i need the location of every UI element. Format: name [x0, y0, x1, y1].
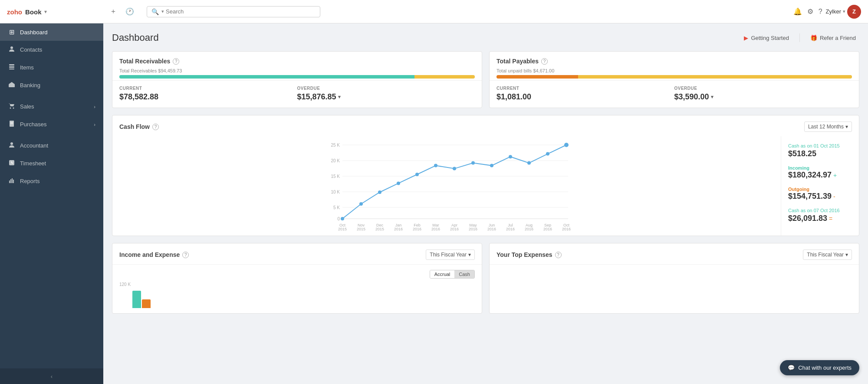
sidebar-item-label: Contacts	[20, 46, 42, 53]
svg-point-37	[434, 164, 437, 167]
sidebar-item-reports[interactable]: Reports	[0, 172, 103, 190]
recent-button[interactable]: 🕐	[123, 5, 136, 18]
accrual-cash-toggle: Accrual Cash	[430, 270, 475, 279]
page-title: Dashboard	[112, 32, 159, 43]
payables-info-icon[interactable]: ?	[541, 58, 548, 65]
svg-text:2016: 2016	[413, 227, 421, 231]
payables-progress-bar	[496, 75, 852, 79]
sidebar-item-banking[interactable]: Banking	[0, 76, 103, 94]
sidebar: ⊞ Dashboard Contacts Items Banking Sales…	[0, 23, 103, 384]
svg-point-8	[13, 108, 14, 109]
income-expense-filter-label: This Fiscal Year	[430, 252, 467, 258]
receivables-bar-label: Total Receivables $94,459.73	[119, 68, 475, 73]
overdue-dropdown-icon[interactable]: ▾	[338, 94, 341, 100]
payables-overdue-metric: OVERDUE $3,590.00 ▾	[674, 86, 852, 102]
top-expenses-filter-button[interactable]: This Fiscal Year ▾	[803, 249, 852, 260]
sales-chevron-icon: ›	[94, 104, 95, 109]
sidebar-item-label: Accountant	[20, 142, 48, 149]
svg-text:Books: Books	[25, 8, 42, 16]
svg-point-7	[10, 108, 11, 109]
cashflow-info-icon[interactable]: ?	[152, 124, 159, 130]
search-input[interactable]	[166, 8, 316, 15]
cash-start-stat: Cash as on 01 Oct 2015 $518.25	[788, 143, 852, 158]
income-expense-header: Income and Expense ? This Fiscal Year ▾	[112, 243, 482, 265]
user-name[interactable]: Zylker	[826, 8, 841, 15]
payables-overdue-value: $3,590.00 ▾	[674, 92, 852, 102]
logo-dropdown-icon[interactable]: ▾	[44, 9, 47, 15]
zoho-books-logo: zoho Books	[7, 7, 42, 17]
income-expense-card: Income and Expense ? This Fiscal Year ▾ …	[112, 243, 482, 314]
svg-text:2016: 2016	[525, 227, 533, 231]
sidebar-item-items[interactable]: Items	[0, 59, 103, 76]
chat-widget[interactable]: 💬 Chat with our experts	[780, 360, 859, 375]
bottom-cards-row: Income and Expense ? This Fiscal Year ▾ …	[112, 243, 859, 314]
receivables-progress-bar	[119, 75, 475, 79]
payables-current-value: $1,081.00	[496, 92, 674, 102]
add-button[interactable]: ＋	[107, 5, 120, 18]
accrual-button[interactable]: Accrual	[430, 270, 455, 278]
refer-friend-label: Refer a Friend	[820, 35, 856, 41]
sidebar-item-timesheet[interactable]: Timesheet	[0, 154, 103, 172]
sidebar-item-label: Items	[20, 64, 34, 71]
outgoing-label: Outgoing	[788, 187, 852, 192]
svg-point-34	[378, 190, 381, 194]
top-expenses-info-icon[interactable]: ?	[555, 252, 562, 258]
payables-overdue-label: OVERDUE	[674, 86, 852, 91]
notification-icon[interactable]: 🔔	[792, 6, 804, 17]
sales-icon	[8, 102, 16, 111]
sidebar-item-sales[interactable]: Sales ›	[0, 98, 103, 115]
income-expense-body: Accrual Cash 120 K	[112, 265, 482, 313]
svg-point-39	[471, 161, 475, 165]
svg-point-12	[10, 142, 13, 145]
income-expense-filter-button[interactable]: This Fiscal Year ▾	[426, 249, 475, 260]
cashflow-filter-label: Last 12 Months	[808, 124, 844, 130]
receivables-info-icon[interactable]: ?	[173, 58, 179, 65]
sidebar-collapse-button[interactable]: ‹	[0, 368, 103, 384]
svg-point-41	[509, 155, 512, 158]
topbar: zoho Books ▾ ＋ 🕐 🔍 ▾ 🔔 ⚙ ? Zylker ▾ Z	[0, 0, 868, 23]
sidebar-item-contacts[interactable]: Contacts	[0, 41, 103, 59]
refer-friend-button[interactable]: 🎁 Refer a Friend	[807, 33, 859, 43]
help-icon[interactable]: ?	[817, 6, 824, 17]
sidebar-item-label: Sales	[20, 103, 34, 110]
search-dropdown-icon[interactable]: 🔍	[151, 8, 159, 15]
payables-header: Total Payables ?	[490, 52, 859, 68]
svg-text:2016: 2016	[562, 227, 571, 231]
income-expense-info-icon[interactable]: ?	[182, 252, 189, 258]
payables-current-label: CURRENT	[496, 86, 674, 91]
svg-text:2016: 2016	[487, 227, 496, 231]
sidebar-item-accountant[interactable]: Accountant	[0, 137, 103, 154]
cashflow-title: Cash Flow	[119, 123, 150, 130]
payables-overdue-dropdown-icon[interactable]: ▾	[711, 94, 713, 100]
svg-text:2015: 2015	[338, 227, 347, 231]
receivables-header: Total Receivables ?	[112, 52, 482, 68]
incoming-value: $180,324.97	[788, 171, 832, 180]
svg-point-40	[490, 164, 493, 167]
sidebar-item-label: Timesheet	[20, 160, 46, 167]
top-expenses-body	[490, 265, 859, 275]
svg-text:2015: 2015	[357, 227, 365, 231]
user-dropdown-icon[interactable]: ▾	[843, 9, 845, 14]
timesheet-icon	[8, 159, 16, 167]
topbar-right: 🔔 ⚙ ? Zylker ▾ Z	[792, 5, 868, 19]
chat-icon: 💬	[788, 364, 795, 371]
svg-text:2016: 2016	[394, 227, 403, 231]
payables-progress: Total unpaid bills $4,671.00	[490, 68, 859, 80]
search-type-dropdown[interactable]: ▾	[161, 9, 164, 14]
incoming-label: Incoming	[788, 165, 852, 171]
sidebar-item-purchases[interactable]: Purchases ›	[0, 115, 103, 133]
receivables-current-bar	[119, 75, 414, 79]
receivables-metrics: CURRENT $78,582.88 OVERDUE $15,876.85 ▾	[112, 80, 482, 108]
svg-rect-19	[13, 180, 14, 183]
sidebar-item-label: Dashboard	[20, 29, 48, 36]
svg-rect-5	[9, 69, 14, 69]
sidebar-item-dashboard[interactable]: ⊞ Dashboard	[0, 23, 103, 41]
settings-icon[interactable]: ⚙	[806, 6, 815, 17]
cash-button[interactable]: Cash	[454, 270, 474, 278]
avatar[interactable]: Z	[847, 5, 861, 19]
svg-text:15 K: 15 K	[331, 174, 340, 179]
main-content: Dashboard ▶ Getting Started 🎁 Refer a Fr…	[103, 23, 868, 384]
cashflow-filter-button[interactable]: Last 12 Months ▾	[804, 121, 852, 132]
cashflow-header: Cash Flow ? Last 12 Months ▾	[112, 115, 859, 136]
getting-started-button[interactable]: ▶ Getting Started	[740, 33, 792, 43]
